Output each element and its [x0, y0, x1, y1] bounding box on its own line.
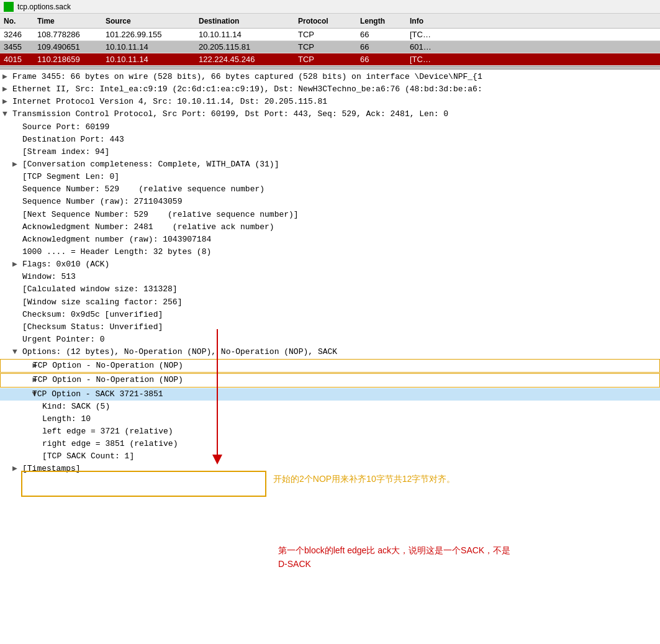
window-scale-text: [Window size scaling factor: 256] — [22, 296, 182, 309]
checksum-status-text: [Checksum Status: Unverified] — [22, 321, 163, 333]
expand-icon: ▶ — [12, 463, 22, 475]
detail-right-edge[interactable]: right edge = 3851 (relative) — [0, 438, 660, 450]
detail-window-scale[interactable]: [Window size scaling factor: 256] — [0, 296, 660, 309]
detail-conversation[interactable]: ▶ [Conversation completeness: Complete, … — [0, 158, 660, 171]
sack-length-text: Length: 10 — [42, 413, 91, 425]
expand-icon: ▶ — [2, 83, 12, 96]
detail-next-seq[interactable]: [Next Sequence Number: 529 (relative seq… — [0, 209, 660, 221]
packet-length: 66 — [360, 55, 410, 64]
spacer-icon — [12, 283, 22, 296]
title-bar: tcp.options.sack — [0, 0, 660, 14]
ack-num-text: Acknowledgment Number: 2481 (relative ac… — [22, 221, 274, 234]
detail-sack[interactable]: ▼ TCP Option - SACK 3721-3851 — [0, 388, 660, 401]
spacer-icon — [12, 221, 22, 234]
detail-tcp[interactable]: ▼ Transmission Control Protocol, Src Por… — [0, 108, 660, 120]
detail-nop1[interactable]: ▶ TCP Option - No-Operation (NOP) — [0, 359, 660, 373]
detail-src-port[interactable]: Source Port: 60199 — [0, 121, 660, 134]
detail-seg-len[interactable]: [TCP Segment Len: 0] — [0, 171, 660, 183]
detail-seq-num[interactable]: Sequence Number: 529 (relative sequence … — [0, 183, 660, 196]
col-header-no: No. — [0, 17, 37, 25]
detail-ethernet[interactable]: ▶ Ethernet II, Src: Intel_ea:c9:19 (2c:6… — [0, 83, 660, 96]
checksum-text: Checksum: 0x9d5c [unverified] — [22, 309, 163, 321]
src-port-text: Source Port: 60199 — [22, 121, 109, 134]
spacer-icon — [12, 134, 22, 146]
sack-kind-text: Kind: SACK (5) — [42, 401, 110, 413]
flags-text: Flags: 0x010 (ACK) — [22, 258, 109, 271]
urgent-text: Urgent Pointer: 0 — [22, 333, 105, 346]
detail-sack-length[interactable]: Length: 10 — [0, 413, 660, 425]
detail-calc-window[interactable]: [Calculated window size: 131328] — [0, 283, 660, 296]
title-text: tcp.options.sack — [17, 2, 71, 11]
packet-length: 66 — [360, 30, 410, 39]
spacer-icon — [32, 401, 42, 413]
spacer-icon — [12, 246, 22, 258]
expand-icon: ▶ — [12, 158, 22, 171]
packet-source: 101.226.99.155 — [106, 30, 199, 39]
app-icon — [4, 2, 14, 12]
spacer-icon — [32, 425, 42, 438]
expand-icon: ▶ — [23, 374, 33, 386]
detail-stream-index[interactable]: [Stream index: 94] — [0, 146, 660, 158]
window-text: Window: 513 — [22, 271, 76, 283]
detail-ack-num[interactable]: Acknowledgment Number: 2481 (relative ac… — [0, 221, 660, 234]
col-header-time: Time — [37, 17, 106, 25]
frame-text: Frame 3455: 66 bytes on wire (528 bits),… — [12, 71, 482, 83]
packet-proto: TCP — [298, 42, 360, 52]
packet-info: 601… — [410, 42, 660, 52]
expand-icon: ▶ — [12, 258, 22, 271]
seg-len-text: [TCP Segment Len: 0] — [22, 171, 119, 183]
table-row[interactable]: 4015 110.218659 10.10.11.14 122.224.45.2… — [0, 53, 660, 66]
detail-checksum[interactable]: Checksum: 0x9d5c [unverified] — [0, 309, 660, 321]
ethernet-text: Ethernet II, Src: Intel_ea:c9:19 (2c:6d:… — [12, 83, 482, 96]
detail-sack-kind[interactable]: Kind: SACK (5) — [0, 401, 660, 413]
spacer-icon — [12, 333, 22, 346]
packet-list: 3246 108.778286 101.226.99.155 10.10.11.… — [0, 29, 660, 66]
detail-window[interactable]: Window: 513 — [0, 271, 660, 283]
conversation-text: [Conversation completeness: Complete, WI… — [22, 158, 279, 171]
detail-dst-port[interactable]: Destination Port: 443 — [0, 134, 660, 146]
expand-icon: ▶ — [2, 96, 12, 108]
nop2-text: TCP Option - No-Operation (NOP) — [33, 374, 183, 386]
packet-no: 4015 — [0, 55, 37, 64]
spacer-icon — [12, 171, 22, 183]
detail-options[interactable]: ▼ Options: (12 bytes), No-Operation (NOP… — [0, 346, 660, 358]
packet-dest: 20.205.115.81 — [199, 42, 298, 52]
spacer-icon — [12, 183, 22, 196]
expand-icon: ▼ — [2, 108, 12, 120]
packet-info: [TC… — [410, 30, 660, 39]
header-len-text: 1000 .... = Header Length: 32 bytes (8) — [22, 246, 211, 258]
calc-window-text: [Calculated window size: 131328] — [22, 283, 178, 296]
packet-proto: TCP — [298, 55, 360, 64]
packet-source: 10.10.11.14 — [106, 55, 199, 64]
detail-checksum-status[interactable]: [Checksum Status: Unverified] — [0, 321, 660, 333]
col-header-info: Info — [410, 17, 660, 25]
detail-header-len[interactable]: 1000 .... = Header Length: 32 bytes (8) — [0, 246, 660, 258]
col-header-length: Length — [360, 17, 410, 25]
detail-seq-raw[interactable]: Sequence Number (raw): 2711043059 — [0, 196, 660, 208]
spacer-icon — [12, 296, 22, 309]
packet-dest: 122.224.45.246 — [199, 55, 298, 64]
table-row[interactable]: 3455 109.490651 10.10.11.14 20.205.115.8… — [0, 41, 660, 53]
detail-nop2[interactable]: ▶ TCP Option - No-Operation (NOP) — [0, 373, 660, 387]
stream-index-text: [Stream index: 94] — [22, 146, 109, 158]
nop1-text: TCP Option - No-Operation (NOP) — [33, 360, 183, 372]
packet-dest: 10.10.11.14 — [199, 30, 298, 39]
detail-ip[interactable]: ▶ Internet Protocol Version 4, Src: 10.1… — [0, 96, 660, 108]
detail-left-edge[interactable]: left edge = 3721 (relative) — [0, 425, 660, 438]
table-row[interactable]: 3246 108.778286 101.226.99.155 10.10.11.… — [0, 29, 660, 41]
col-header-source: Source — [106, 17, 199, 25]
packet-detail-panel: ▶ Frame 3455: 66 bytes on wire (528 bits… — [0, 70, 660, 477]
detail-flags[interactable]: ▶ Flags: 0x010 (ACK) — [0, 258, 660, 271]
main-wrapper: tcp.options.sack No. Time Source Destina… — [0, 0, 660, 477]
detail-urgent[interactable]: Urgent Pointer: 0 — [0, 333, 660, 346]
sack-count-text: [TCP SACK Count: 1] — [42, 450, 134, 463]
detail-sack-count[interactable]: [TCP SACK Count: 1] — [0, 450, 660, 463]
detail-ack-raw[interactable]: Acknowledgment number (raw): 1043907184 — [0, 234, 660, 246]
spacer-icon — [12, 309, 22, 321]
packet-list-header: No. Time Source Destination Protocol Len… — [0, 14, 660, 29]
detail-timestamps[interactable]: ▶ [Timestamps] — [0, 463, 660, 475]
col-header-protocol: Protocol — [298, 17, 360, 25]
detail-frame[interactable]: ▶ Frame 3455: 66 bytes on wire (528 bits… — [0, 71, 660, 83]
packet-time: 110.218659 — [37, 55, 106, 64]
packet-source: 10.10.11.14 — [106, 42, 199, 52]
